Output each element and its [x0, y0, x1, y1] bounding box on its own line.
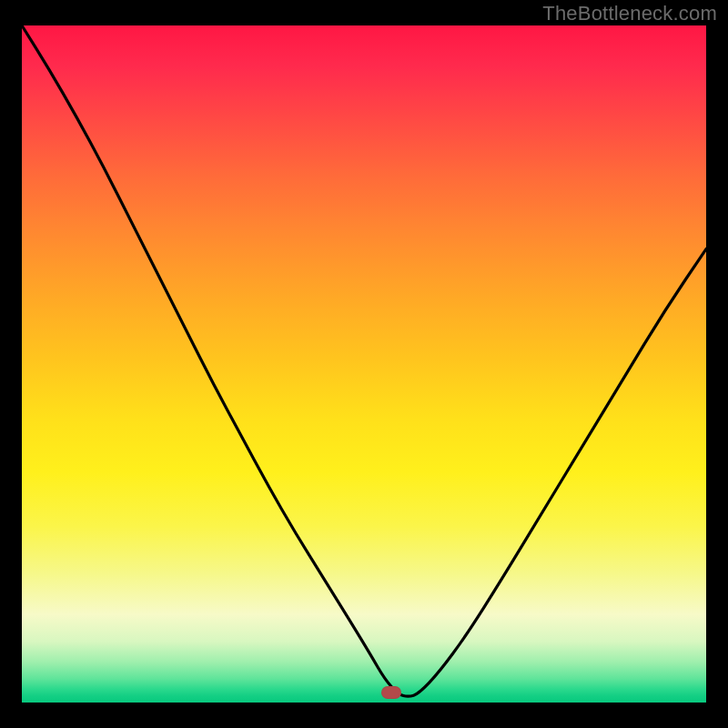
plot-area	[22, 25, 706, 703]
chart-stage: TheBottleneck.com	[0, 0, 728, 728]
optimal-point-marker	[381, 686, 401, 699]
watermark-text: TheBottleneck.com	[542, 2, 717, 25]
bottleneck-curve	[22, 25, 706, 703]
